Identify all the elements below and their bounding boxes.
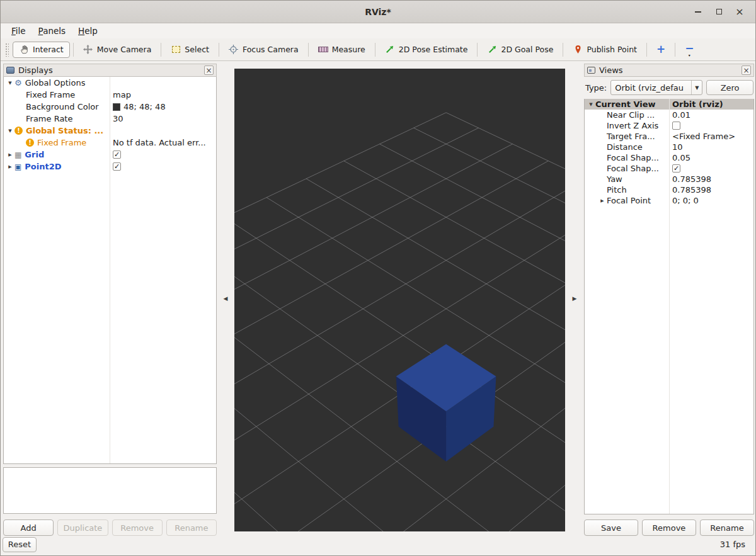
displays-panel-title: Displays bbox=[18, 65, 53, 75]
property-name: Near Clip ... bbox=[585, 110, 669, 120]
toolbar-grip[interactable] bbox=[5, 43, 9, 57]
zero-button[interactable]: Zero bbox=[706, 80, 753, 95]
views-panel-title: Views bbox=[599, 65, 623, 75]
maximize-button[interactable] bbox=[713, 6, 724, 18]
tool-publish-point-button[interactable]: Publish Point bbox=[566, 42, 643, 58]
tool-measure-button[interactable]: Measure bbox=[312, 42, 372, 58]
statusbar: Reset 31 fps bbox=[1, 536, 755, 555]
property-name: Yaw bbox=[585, 174, 669, 184]
color-swatch[interactable] bbox=[113, 103, 120, 111]
checkbox[interactable]: ✓ bbox=[672, 164, 680, 173]
property-value: No tf data. Actual err... bbox=[110, 137, 216, 149]
tool-2d-goal-pose-button[interactable]: 2D Goal Pose bbox=[481, 42, 559, 58]
view-type-select[interactable]: Orbit (rviz_defau ▼ bbox=[610, 80, 702, 95]
left-splitter[interactable]: ◀ bbox=[217, 61, 234, 536]
remove-tool-button[interactable]: − ▾ bbox=[679, 42, 700, 58]
tool-label: 2D Pose Estimate bbox=[399, 45, 468, 54]
property-label: Background Color bbox=[26, 102, 99, 111]
checkbox[interactable]: ✓ bbox=[113, 150, 121, 159]
point2d-icon: ▣ bbox=[14, 163, 21, 171]
map-pin-icon bbox=[573, 45, 583, 55]
property-label: Fixed Frame bbox=[37, 138, 86, 147]
minimize-button[interactable] bbox=[692, 6, 704, 18]
menubar: FilePanelsHelp bbox=[1, 23, 755, 38]
property-label: Point2D bbox=[25, 162, 61, 171]
property-name: Invert Z Axis bbox=[585, 120, 669, 131]
value-text: 0.785398 bbox=[672, 174, 711, 184]
views-remove-button[interactable]: Remove bbox=[642, 519, 696, 536]
property-value: map bbox=[110, 89, 216, 101]
property-value: 0.785398 bbox=[669, 174, 753, 184]
collapse-icon[interactable]: ▼ bbox=[6, 81, 14, 86]
titlebar[interactable]: RViz* × bbox=[1, 1, 755, 23]
column-divider[interactable] bbox=[669, 99, 670, 514]
add-tool-button[interactable]: + bbox=[650, 43, 672, 56]
property-label: Fixed Frame bbox=[26, 90, 75, 99]
right-splitter[interactable]: ▶ bbox=[565, 61, 584, 536]
warning-icon: ! bbox=[26, 139, 34, 147]
viewport bbox=[234, 69, 565, 531]
green-arrow-icon bbox=[385, 45, 395, 55]
property-name: Fixed Frame bbox=[4, 89, 110, 101]
displays-duplicate-button: Duplicate bbox=[57, 519, 108, 536]
property-value: Orbit (rviz) bbox=[669, 99, 753, 110]
toolbar-separator bbox=[675, 43, 675, 57]
views-panel-icon bbox=[587, 67, 595, 74]
menu-file[interactable]: File bbox=[5, 25, 32, 37]
checkbox[interactable] bbox=[672, 122, 680, 130]
displays-tree: ▼⚙Global OptionsFixed FramemapBackground… bbox=[3, 77, 217, 464]
value-text: <Fixed Frame> bbox=[672, 132, 735, 141]
render-view[interactable] bbox=[234, 69, 565, 531]
property-label: Grid bbox=[25, 150, 44, 159]
expand-icon[interactable]: ▶ bbox=[6, 164, 14, 169]
displays-add-button[interactable]: Add bbox=[3, 519, 54, 536]
reset-button[interactable]: Reset bbox=[3, 537, 37, 552]
checkbox[interactable]: ✓ bbox=[113, 162, 121, 171]
view-type-row: Type: Orbit (rviz_defau ▼ Zero bbox=[584, 77, 754, 99]
menu-panels[interactable]: Panels bbox=[32, 25, 72, 37]
property-name: ▶Focal Point bbox=[585, 195, 669, 206]
property-value: 30 bbox=[110, 113, 216, 125]
tool-label: Measure bbox=[332, 45, 365, 54]
tool-select-button[interactable]: Select bbox=[164, 42, 215, 58]
move-icon bbox=[83, 45, 93, 55]
property-name: Distance bbox=[585, 142, 669, 152]
property-value: 10 bbox=[669, 142, 753, 152]
rviz-window: { "window": { "title": "RViz*" }, "menub… bbox=[0, 0, 756, 556]
property-name: Background Color bbox=[4, 101, 110, 113]
views-rename-button[interactable]: Rename bbox=[700, 519, 754, 536]
minus-icon: − bbox=[685, 43, 694, 54]
ruler-icon bbox=[318, 45, 328, 55]
views-save-button[interactable]: Save bbox=[584, 519, 638, 536]
expand-icon[interactable]: ▶ bbox=[598, 198, 607, 203]
views-panel-header[interactable]: Views × bbox=[584, 64, 754, 77]
menu-help[interactable]: Help bbox=[72, 25, 104, 37]
property-label: Yaw bbox=[607, 174, 622, 184]
collapse-icon[interactable]: ▼ bbox=[6, 128, 14, 133]
collapse-right-icon[interactable]: ▶ bbox=[573, 295, 577, 302]
tool-interact-button[interactable]: Interact bbox=[13, 42, 70, 58]
tool-2d-pose-estimate-button[interactable]: 2D Pose Estimate bbox=[379, 42, 474, 58]
value-text: map bbox=[113, 90, 131, 99]
expand-icon[interactable]: ▶ bbox=[6, 152, 14, 157]
tool-move-camera-button[interactable]: Move Camera bbox=[77, 42, 158, 58]
collapse-left-icon[interactable]: ◀ bbox=[224, 295, 228, 302]
displays-panel: Displays × ▼⚙Global OptionsFixed Framema… bbox=[3, 61, 217, 536]
toolbar-separator bbox=[375, 43, 375, 57]
displays-close-button[interactable]: × bbox=[204, 65, 214, 75]
chevron-down-icon: ▼ bbox=[691, 81, 702, 94]
displays-panel-icon bbox=[6, 67, 14, 74]
displays-rename-button: Rename bbox=[166, 519, 217, 536]
property-name: ▶▣Point2D bbox=[4, 161, 110, 173]
gear-icon: ⚙ bbox=[14, 79, 22, 87]
views-tree: ▼Current ViewOrbit (rviz)Near Clip ...0.… bbox=[584, 99, 754, 514]
close-button[interactable]: × bbox=[734, 6, 745, 18]
tool-focus-camera-button[interactable]: Focus Camera bbox=[222, 42, 305, 58]
displays-panel-header[interactable]: Displays × bbox=[3, 64, 217, 77]
views-close-button[interactable]: × bbox=[742, 65, 751, 75]
property-value: ✓ bbox=[110, 149, 216, 161]
column-divider[interactable] bbox=[110, 77, 110, 463]
collapse-icon[interactable]: ▼ bbox=[587, 102, 595, 107]
property-label: Focal Point bbox=[607, 196, 651, 205]
value-text: 10 bbox=[672, 142, 683, 152]
